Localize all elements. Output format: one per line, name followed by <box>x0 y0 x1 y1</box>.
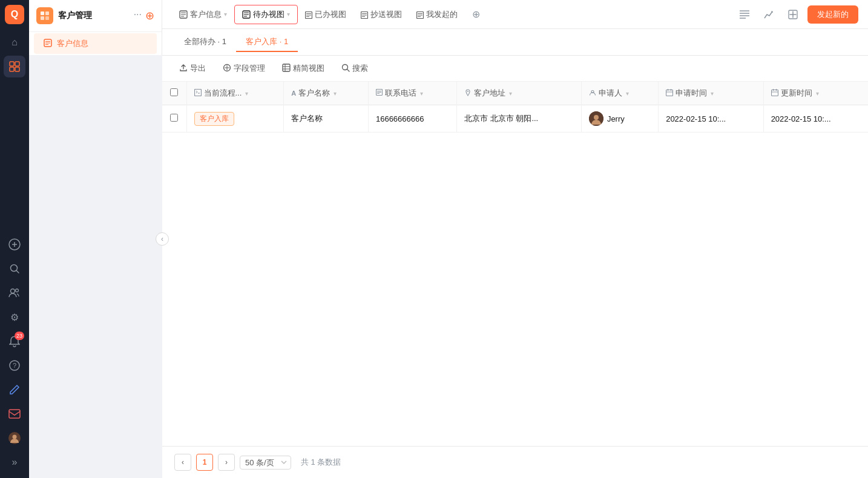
subtab-customer-entry[interactable]: 客户入库 · 1 <box>236 33 298 52</box>
col-flow: 当前流程... ▾ <box>186 82 284 105</box>
users-icon[interactable] <box>4 282 25 304</box>
settings-icon[interactable]: ⚙ <box>4 306 25 328</box>
svg-point-9 <box>11 289 15 293</box>
svg-rect-13 <box>9 410 20 418</box>
nav-item-icon <box>44 39 52 49</box>
svg-point-7 <box>11 265 18 272</box>
list-view-icon[interactable] <box>735 5 754 24</box>
nav-add-icon[interactable]: ⊕ <box>145 9 154 22</box>
plus-circle-icon[interactable] <box>4 234 25 255</box>
table-row: 客户入库 客户名称 16666666666 北京市 北京市 朝阳... <box>162 105 868 133</box>
total-records: 共 1 条数据 <box>301 457 341 468</box>
svg-rect-52 <box>283 64 290 71</box>
col-name-sort-icon[interactable]: ▾ <box>334 90 337 97</box>
svg-rect-1 <box>15 62 19 66</box>
row-checkbox-cell[interactable] <box>162 105 186 133</box>
col-phone-sort-icon[interactable]: ▾ <box>420 90 423 97</box>
col-applicant: 申请人 ▾ <box>581 82 658 105</box>
svg-rect-65 <box>666 90 673 96</box>
col-name-label: 客户名称 <box>298 88 330 99</box>
tab-pending-label: 待办视图 <box>253 9 284 20</box>
col-phone-label: 联系电话 <box>385 88 416 99</box>
col-apply-time-sort-icon[interactable]: ▾ <box>711 90 714 97</box>
svg-rect-69 <box>771 90 778 96</box>
export-button[interactable]: 导出 <box>174 61 211 76</box>
tab-done-view[interactable]: 已办视图 <box>298 5 353 24</box>
table-header-row: 当前流程... ▾ A 客户名称 ▾ <box>162 82 868 105</box>
create-new-button[interactable]: 发起新的 <box>807 5 858 24</box>
tab-add[interactable]: ⊕ <box>465 5 487 24</box>
simple-view-icon <box>282 64 291 74</box>
svg-rect-58 <box>194 89 201 96</box>
export-label: 导出 <box>190 63 206 74</box>
prev-page-button[interactable]: ‹ <box>174 454 191 471</box>
tab-my-initiated-label: 我发起的 <box>426 9 458 20</box>
simple-view-button[interactable]: 精简视图 <box>277 61 329 76</box>
tab-cc-label: 抄送视图 <box>370 9 402 20</box>
grid-icon[interactable] <box>4 56 25 77</box>
row-address: 北京市 北京市 朝阳... <box>457 105 582 133</box>
edit-icon[interactable] <box>4 379 25 401</box>
row-checkbox[interactable] <box>170 114 178 122</box>
notification-badge: 23 <box>15 332 24 340</box>
help-icon[interactable]: ? <box>4 355 25 376</box>
sidebar-item-customer-info[interactable]: 客户信息 <box>34 33 157 54</box>
tab-done-label: 已办视图 <box>315 9 346 20</box>
svg-line-8 <box>17 271 19 273</box>
topbar-actions: 发起新的 <box>735 5 858 24</box>
applicant-name: Jerry <box>607 114 625 123</box>
svg-rect-18 <box>41 16 44 20</box>
search-button[interactable]: 搜索 <box>337 61 373 76</box>
col-flow-sort-icon[interactable]: ▾ <box>245 90 248 97</box>
field-icon <box>223 64 231 74</box>
applicant-avatar <box>589 111 603 126</box>
field-management-button[interactable]: 字段管理 <box>218 61 270 76</box>
export-arrow-icon <box>179 64 188 74</box>
svg-point-63 <box>467 91 469 92</box>
tab-customer-info[interactable]: 客户信息 ▾ <box>172 5 234 24</box>
add-tab-icon: ⊕ <box>472 8 480 20</box>
svg-line-57 <box>347 69 350 71</box>
search-icon[interactable] <box>4 258 25 280</box>
export-icon[interactable] <box>783 5 803 24</box>
page-size-select[interactable]: 50 条/页 100 条/页 200 条/页 <box>240 456 291 470</box>
col-update-time-sort-icon[interactable]: ▾ <box>816 90 819 97</box>
field-management-label: 字段管理 <box>234 63 265 74</box>
svg-rect-17 <box>45 11 49 15</box>
tab-cc-view[interactable]: 抄送视图 <box>353 5 409 24</box>
tab-pending-view[interactable]: 待办视图 ▾ <box>234 5 298 24</box>
nav-app-icon <box>36 7 53 24</box>
col-address-sort-icon[interactable]: ▾ <box>509 90 512 97</box>
nav-header-actions: ··· ⊕ <box>134 9 154 22</box>
select-all-header[interactable] <box>162 82 186 105</box>
nav-header: 客户管理 ··· ⊕ <box>29 0 162 32</box>
next-page-button[interactable]: › <box>218 454 235 471</box>
select-all-checkbox[interactable] <box>170 88 178 96</box>
nav-panel: 客户管理 ··· ⊕ 客户信息 <box>29 0 162 55</box>
mail-icon[interactable] <box>4 403 25 425</box>
col-update-time-icon <box>771 89 778 98</box>
collapse-nav-button[interactable]: ‹ <box>156 232 169 246</box>
row-applicant: Jerry <box>581 105 658 133</box>
col-phone: 联系电话 ▾ <box>368 82 456 105</box>
tab-dropdown-icon: ▾ <box>224 11 227 18</box>
expand-icon[interactable]: » <box>4 451 25 473</box>
col-applicant-sort-icon[interactable]: ▾ <box>626 90 629 97</box>
svg-point-15 <box>13 435 17 439</box>
subtabs: 全部待办 · 1 客户入库 · 1 <box>162 29 868 56</box>
user-avatar-icon[interactable] <box>4 427 25 449</box>
chart-view-icon[interactable] <box>759 5 778 24</box>
flow-status-tag[interactable]: 客户入库 <box>194 112 234 126</box>
svg-point-10 <box>16 289 19 292</box>
col-address: 客户地址 ▾ <box>457 82 582 105</box>
row-update-time: 2022-02-15 10:... <box>763 105 868 133</box>
tab-my-initiated[interactable]: 我发起的 <box>409 5 465 24</box>
subtab-all-pending[interactable]: 全部待办 · 1 <box>174 33 236 52</box>
bell-icon[interactable]: 23 <box>4 330 25 352</box>
home-icon[interactable]: ⌂ <box>4 31 25 53</box>
col-name: A 客户名称 ▾ <box>284 82 369 105</box>
nav-more-icon[interactable]: ··· <box>134 9 142 22</box>
app-logo[interactable]: Q <box>5 5 24 24</box>
col-apply-time-icon <box>666 89 673 98</box>
current-page-button[interactable]: 1 <box>196 454 213 471</box>
